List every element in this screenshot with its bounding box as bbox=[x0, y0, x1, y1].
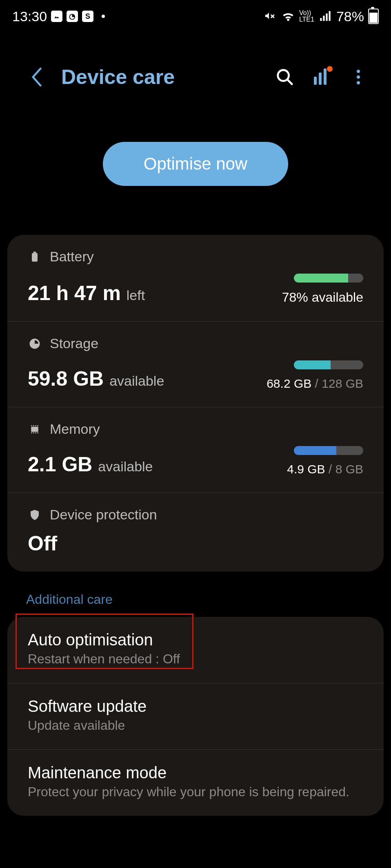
additional-care-panel: Auto optimisation Restart when needed : … bbox=[7, 617, 384, 816]
storage-bar bbox=[294, 360, 363, 369]
software-update-title: Software update bbox=[28, 697, 363, 716]
optimise-wrap: Optimise now bbox=[0, 105, 391, 235]
more-notifications-dot bbox=[102, 15, 105, 18]
maintenance-mode-sub: Protect your privacy while your phone is… bbox=[28, 784, 363, 800]
more-button[interactable] bbox=[346, 70, 371, 84]
storage-row[interactable]: Storage 59.8 GB available 68.2 GB / 128 … bbox=[7, 321, 384, 407]
protection-row[interactable]: Device protection Off bbox=[7, 493, 384, 572]
status-panel: Battery 21 h 47 m left 78% available Sto… bbox=[7, 235, 384, 572]
storage-value: 59.8 GB available bbox=[28, 367, 164, 391]
protection-label: Device protection bbox=[50, 507, 157, 523]
status-battery-pct: 78% bbox=[336, 9, 364, 24]
storage-row-icon bbox=[28, 337, 42, 351]
auto-optimisation-sub: Restart when needed : Off bbox=[28, 652, 363, 667]
svg-rect-1 bbox=[32, 253, 38, 261]
page-title: Device care bbox=[61, 65, 260, 89]
memory-label: Memory bbox=[50, 421, 100, 437]
battery-row-icon bbox=[28, 250, 42, 264]
memory-row[interactable]: Memory 2.1 GB available 4.9 GB / 8 GB bbox=[7, 407, 384, 493]
signal-icon bbox=[318, 9, 332, 23]
app-header: Device care bbox=[0, 33, 391, 105]
mute-vibrate-icon bbox=[263, 9, 277, 23]
memory-ratio: 4.9 GB / 8 GB bbox=[287, 462, 363, 476]
software-update-row[interactable]: Software update Update available bbox=[7, 683, 384, 749]
back-button[interactable] bbox=[24, 68, 49, 86]
optimise-button[interactable]: Optimise now bbox=[103, 142, 288, 186]
battery-label: Battery bbox=[50, 249, 94, 265]
shield-icon bbox=[28, 508, 42, 522]
auto-optimisation-title: Auto optimisation bbox=[28, 631, 363, 649]
app-icon-s: S bbox=[82, 11, 93, 22]
clock-icon: ◔ bbox=[67, 11, 78, 22]
status-time: 13:30 bbox=[12, 9, 47, 24]
memory-row-icon bbox=[28, 422, 42, 436]
auto-optimisation-row[interactable]: Auto optimisation Restart when needed : … bbox=[7, 617, 384, 683]
battery-available-text: 78% available bbox=[282, 290, 363, 305]
battery-value: 21 h 47 m left bbox=[28, 281, 145, 305]
storage-ratio: 68.2 GB / 128 GB bbox=[267, 377, 363, 391]
storage-label: Storage bbox=[50, 336, 98, 351]
memory-value: 2.1 GB available bbox=[28, 453, 153, 476]
battery-icon bbox=[368, 9, 379, 24]
usage-chart-button[interactable] bbox=[309, 68, 334, 86]
memory-bar bbox=[294, 446, 363, 455]
battery-bar bbox=[294, 274, 363, 283]
maintenance-mode-title: Maintenance mode bbox=[28, 764, 363, 782]
battery-row[interactable]: Battery 21 h 47 m left 78% available bbox=[7, 235, 384, 321]
search-button[interactable] bbox=[273, 68, 297, 86]
status-right: Vo)) LTE1 78% bbox=[263, 9, 379, 24]
gallery-icon bbox=[51, 11, 62, 22]
protection-status: Off bbox=[28, 532, 57, 555]
maintenance-mode-row[interactable]: Maintenance mode Protect your privacy wh… bbox=[7, 749, 384, 816]
software-update-sub: Update available bbox=[28, 718, 363, 733]
svg-rect-3 bbox=[31, 426, 38, 432]
svg-rect-2 bbox=[33, 252, 36, 253]
wifi-icon bbox=[281, 9, 295, 23]
network-lte-label: Vo)) LTE1 bbox=[299, 10, 314, 23]
status-bar: 13:30 ◔ S Vo)) LTE1 78% bbox=[0, 0, 391, 33]
status-left: 13:30 ◔ S bbox=[12, 9, 105, 24]
additional-care-label: Additional care bbox=[0, 592, 391, 617]
